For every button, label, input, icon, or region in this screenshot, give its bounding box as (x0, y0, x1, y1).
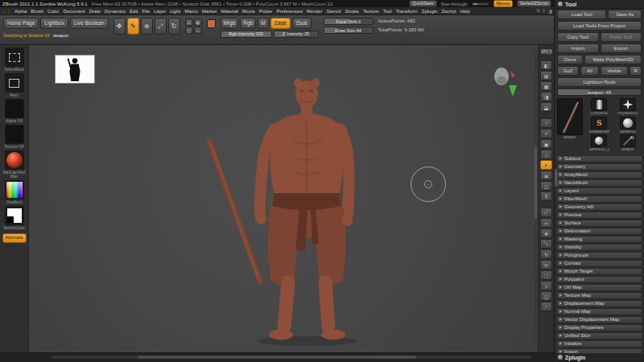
active-view-toggle[interactable]: ◐ (540, 160, 552, 170)
menu-item[interactable]: Zplugin (421, 9, 439, 14)
right-shelf-icon[interactable]: ▭ (540, 218, 552, 228)
subpalette-row[interactable]: Unified Skin (556, 332, 642, 339)
menu-item[interactable]: Preferences (276, 9, 303, 14)
subpalette-row[interactable]: Display Properties (556, 324, 642, 331)
right-shelf-icon[interactable]: ⌖ (540, 129, 552, 138)
right-shelf-icon[interactable]: ◻ (540, 181, 552, 191)
subpalette-row[interactable]: Normal Map (556, 308, 642, 315)
edit-button[interactable]: ✥ (114, 18, 126, 35)
right-shelf-icon[interactable]: ⤡ (540, 239, 552, 249)
mrgb-button[interactable]: Mrgb (221, 18, 239, 29)
import-button[interactable]: Import (557, 43, 599, 53)
rotate-button[interactable]: ↻ (168, 18, 180, 35)
subpalette-row[interactable]: Displacement Map (556, 300, 642, 307)
rgb-button[interactable]: Rgb (240, 18, 256, 29)
right-shelf-icon[interactable]: ⬓ (540, 102, 552, 112)
right-shelf-icon[interactable]: ✥ (540, 228, 552, 238)
stroke-selector[interactable]: Rect (0, 73, 29, 97)
rgb-intensity-slider[interactable]: Rgb Intensity 100 (221, 31, 272, 38)
menu-item[interactable]: Transform (395, 9, 419, 14)
menu-item[interactable]: Material (221, 9, 239, 14)
subpalette-row[interactable]: Morph Target (556, 268, 642, 275)
subpalette-row[interactable]: Masking (556, 236, 642, 243)
draw-button[interactable]: ✎ (127, 18, 139, 35)
right-shelf-icon[interactable]: ▦ (540, 81, 552, 91)
canvas-horizontal-scrollbar[interactable] (52, 356, 531, 359)
right-shelf-icon[interactable]: ↕ (540, 118, 552, 128)
paste-tool-button[interactable]: Paste Tool (601, 32, 642, 42)
right-shelf-icon[interactable]: ⟳ (540, 260, 552, 269)
menu-item[interactable]: File (141, 9, 151, 14)
draw-size-slider[interactable]: Draw Size 64 (324, 27, 374, 34)
subpalette-row[interactable]: NanoMesh (556, 179, 642, 187)
subpalette-row[interactable]: ArrayMesh (556, 171, 642, 179)
move-button[interactable]: ⊕ (141, 18, 153, 35)
menu-item[interactable]: Draw (89, 9, 101, 14)
z-intensity-slider[interactable]: Z Intensity 25 (274, 31, 319, 38)
right-shelf-icon[interactable]: ⬚ (540, 270, 552, 280)
live-boolean-button[interactable]: Live Boolean (70, 18, 109, 29)
tool-thumb-sphere3d[interactable]: Sphere3D (614, 117, 642, 134)
shelf-icon[interactable]: ▭ (194, 27, 202, 34)
goz-visible-button[interactable]: Visible (601, 66, 629, 76)
right-shelf-icon[interactable]: ▣ (540, 139, 552, 149)
subpalette-row[interactable]: Deformation (556, 228, 642, 235)
zsub-button[interactable]: Zsub (292, 18, 312, 29)
tray-resize-handle[interactable] (555, 169, 557, 187)
export-button[interactable]: Export (601, 43, 642, 53)
subpalette-row[interactable]: Texture Map (556, 292, 642, 299)
menu-item[interactable]: Macro (184, 9, 199, 14)
subpalette-row[interactable]: Surface (556, 220, 642, 227)
subpalette-row[interactable]: Subtool (556, 155, 642, 162)
menu-item[interactable]: Stroke (345, 9, 360, 14)
zbrush-menu-icon[interactable]: ⋮⋮ (2, 8, 11, 14)
right-shelf-icon[interactable]: ⊞ (540, 171, 552, 180)
menu-item[interactable]: Marker (201, 9, 218, 14)
quicksave-button[interactable]: QuickSave (409, 0, 437, 7)
camera-view-widget[interactable] (489, 64, 522, 105)
copy-tool-button[interactable]: Copy Tool (557, 32, 599, 42)
right-shelf-icon[interactable]: ↻ (540, 249, 552, 259)
alternate-button[interactable]: Alternate (2, 233, 27, 243)
tool-palette-header[interactable]: Tool (555, 0, 644, 9)
goz-r-button[interactable]: R (630, 66, 642, 76)
active-color-swatch[interactable] (207, 19, 216, 28)
menu-item[interactable]: Light (169, 9, 181, 14)
subpalette-row[interactable]: Visibility (556, 244, 642, 251)
subpalette-row[interactable]: Polypaint (556, 276, 642, 283)
menu-item[interactable]: Texture (362, 9, 380, 14)
see-through-slider[interactable] (472, 2, 489, 6)
subpalette-row[interactable]: UV Map (556, 284, 642, 291)
right-shelf-icon[interactable]: ◧ (540, 60, 552, 70)
menu-item[interactable]: Color (47, 9, 60, 14)
menu-item[interactable]: Picker (258, 9, 274, 14)
home-page-button[interactable]: Home Page (3, 18, 39, 29)
goz-button[interactable]: GoZ (557, 66, 579, 76)
right-shelf-icon[interactable]: ▫ (540, 302, 552, 311)
material-selector[interactable]: MatCap Red Wax (0, 150, 29, 179)
menu-item[interactable]: Stencil (326, 9, 342, 14)
menu-item[interactable]: Render (306, 9, 324, 14)
zadd-button[interactable]: Zadd (270, 18, 291, 29)
brush-selector[interactable]: SelectRect (0, 47, 29, 72)
clone-button[interactable]: Clone (557, 55, 583, 64)
subpalette-row[interactable]: Vector Displacement Map (556, 316, 642, 323)
alpha-selector[interactable]: Alpha Off (0, 99, 29, 123)
spix-slider[interactable]: SPix 3 (540, 48, 553, 56)
load-tool-button[interactable]: Load Tool (557, 10, 606, 19)
texture-selector[interactable]: Texture Off (0, 125, 29, 149)
menus-toggle[interactable]: Menus (493, 0, 514, 7)
menu-item[interactable]: Alpha (14, 9, 27, 14)
right-shelf-icon[interactable]: S (540, 191, 552, 201)
load-tools-from-project-button[interactable]: Load Tools From Project (557, 21, 642, 31)
document-thumbnail[interactable] (55, 55, 95, 84)
subpalette-row[interactable]: Geometry HD (556, 204, 642, 211)
right-shelf-icon[interactable]: ◻ (540, 291, 552, 301)
tool-thumb-polymesh3d[interactable]: PolyMesh3D (614, 98, 642, 116)
scale-button[interactable]: ⤢ (155, 18, 167, 35)
menu-utility-icon[interactable]: ≡ (543, 8, 546, 14)
menu-item[interactable]: Brush (30, 9, 44, 14)
subpalette-row[interactable]: Geometry (556, 163, 642, 171)
subpalette-row[interactable]: Contact (556, 260, 642, 267)
goz-all-button[interactable]: All (580, 66, 598, 76)
